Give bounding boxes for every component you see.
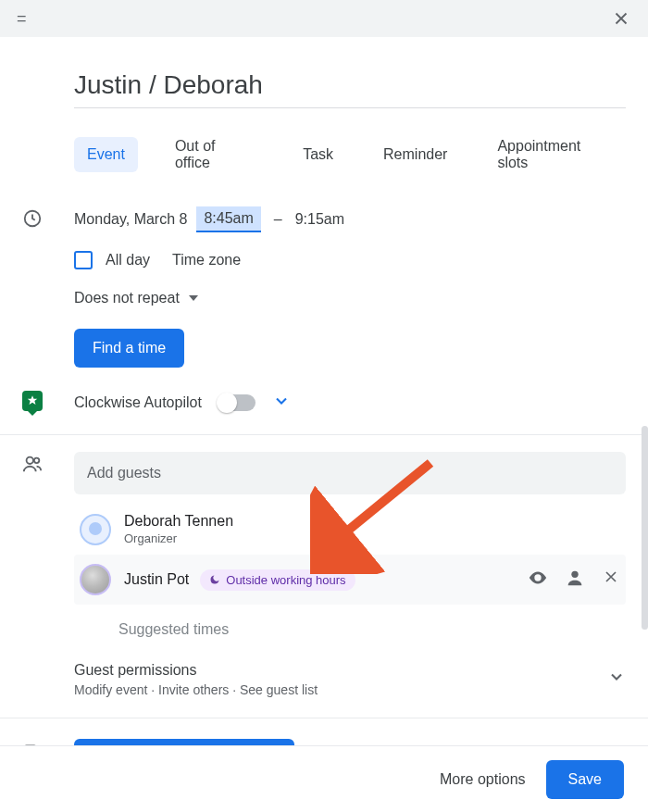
event-title-input[interactable] xyxy=(74,67,626,108)
svg-point-2 xyxy=(34,458,40,464)
time-separator: – xyxy=(270,211,286,228)
caret-down-icon xyxy=(189,295,198,301)
chevron-down-icon[interactable] xyxy=(607,662,626,690)
window-titlebar: = xyxy=(0,0,648,37)
guest-name: Justin Pot xyxy=(124,571,189,588)
guest-role-label: Organizer xyxy=(124,531,233,545)
add-guests-input[interactable] xyxy=(74,452,626,494)
all-day-label: All day xyxy=(106,252,150,269)
scrollbar-thumb[interactable] xyxy=(642,426,648,630)
tab-task[interactable]: Task xyxy=(290,137,346,172)
event-date[interactable]: Monday, March 8 xyxy=(74,211,187,228)
tab-event[interactable]: Event xyxy=(74,137,138,172)
drag-handle-icon[interactable]: = xyxy=(17,9,28,29)
save-button[interactable]: Save xyxy=(546,760,624,799)
clockwise-icon xyxy=(22,391,43,411)
svg-point-3 xyxy=(571,571,578,578)
event-type-tabs: Event Out of office Task Reminder Appoin… xyxy=(74,129,626,181)
clockwise-toggle[interactable] xyxy=(218,394,255,411)
visibility-icon[interactable] xyxy=(528,568,548,592)
start-time-input[interactable]: 8:45am xyxy=(196,206,260,232)
guest-permissions-label: Guest permissions xyxy=(74,662,318,679)
footer-actions: More options Save xyxy=(0,745,648,812)
people-icon xyxy=(22,454,43,697)
badge-text: Outside working hours xyxy=(226,573,345,587)
recurrence-select[interactable]: Does not repeat xyxy=(74,290,626,306)
section-divider xyxy=(0,718,648,718)
more-options-button[interactable]: More options xyxy=(440,771,526,788)
mark-optional-icon[interactable] xyxy=(565,568,585,592)
avatar xyxy=(80,564,111,595)
clockwise-label: Clockwise Autopilot xyxy=(74,394,202,411)
timezone-button[interactable]: Time zone xyxy=(172,252,241,269)
guest-name: Deborah Tennen xyxy=(124,513,233,530)
tab-appointment-slots[interactable]: Appointment slots xyxy=(484,129,626,181)
guest-permissions-summary: Modify event · Invite others · See guest… xyxy=(74,682,318,697)
suggested-times-button[interactable]: Suggested times xyxy=(118,621,626,638)
find-a-time-button[interactable]: Find a time xyxy=(74,329,184,368)
clock-icon xyxy=(22,208,43,368)
end-time-input[interactable]: 9:15am xyxy=(295,211,344,228)
guest-row[interactable]: Justin Pot Outside working hours xyxy=(74,555,626,605)
working-hours-badge: Outside working hours xyxy=(200,569,355,591)
tab-reminder[interactable]: Reminder xyxy=(370,137,460,172)
remove-guest-icon[interactable] xyxy=(602,568,620,592)
recurrence-label: Does not repeat xyxy=(74,290,180,306)
guest-row-organizer: Deborah Tennen Organizer xyxy=(74,504,626,555)
all-day-checkbox[interactable] xyxy=(74,251,93,269)
close-icon[interactable] xyxy=(611,8,631,29)
tab-out-of-office[interactable]: Out of office xyxy=(162,129,266,181)
section-divider xyxy=(0,434,648,435)
svg-point-1 xyxy=(27,457,33,464)
avatar xyxy=(80,514,111,545)
chevron-down-icon[interactable] xyxy=(272,392,291,414)
